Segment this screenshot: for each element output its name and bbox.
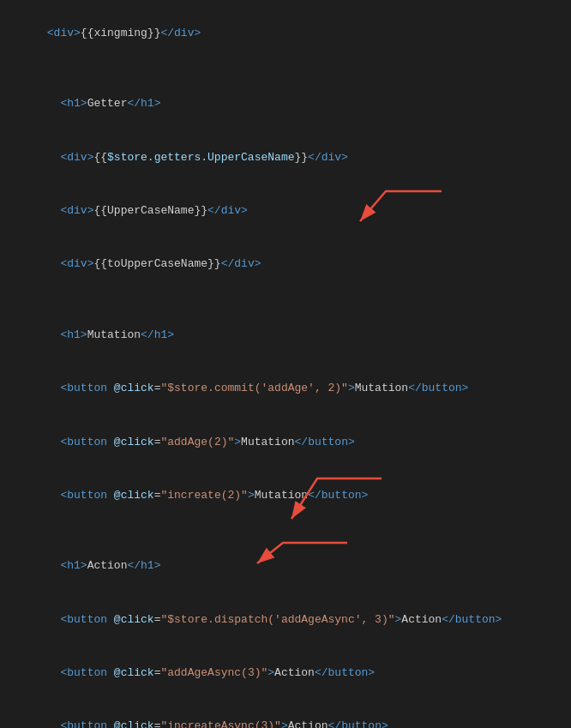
- line-h1-mutation: <h1>Mutation</h1>: [0, 309, 571, 362]
- line-button-addageasync: <button @click="addAgeAsync(3)">Action</…: [0, 647, 571, 700]
- line-1: <div>{{xingming}}</div>: [0, 7, 571, 60]
- line-button-increaseasync: <button @click="increateAsync(3)">Action…: [0, 701, 571, 728]
- line-blank-1: [0, 60, 571, 77]
- line-div-touppercasename: <div>{{toUpperCaseName}}</div>: [0, 238, 571, 292]
- line-h1-getter: <h1>Getter</h1>: [0, 77, 571, 130]
- line-button-store-commit: <button @click="$store.commit('addAge', …: [0, 362, 571, 415]
- line-button-addage: <button @click="addAge(2)">Mutation</but…: [0, 416, 571, 469]
- line-blank-2: [0, 292, 571, 309]
- code-editor: <div>{{xingming}}</div> <h1>Getter</h1> …: [0, 0, 571, 728]
- line-button-dispatch: <button @click="$store.dispatch('addAgeA…: [0, 593, 571, 647]
- line-div-uppercasename: <div>{{UpperCaseName}}</div>: [0, 184, 571, 238]
- line-button-increate: <button @click="increate(2)">Mutation</b…: [0, 469, 571, 522]
- line-h1-action: <h1>Action</h1>: [0, 540, 571, 593]
- line-blank-3: [0, 523, 571, 540]
- line-div-store-getters: <div>{{$store.getters.UpperCaseName}}</d…: [0, 131, 571, 184]
